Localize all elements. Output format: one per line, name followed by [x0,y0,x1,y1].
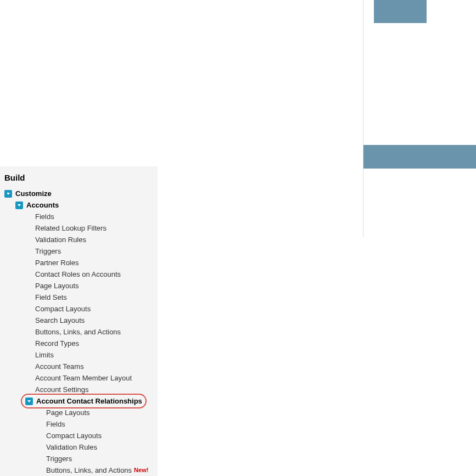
svg-marker-1 [18,204,21,206]
expand-down-icon[interactable] [25,397,33,405]
setup-sidebar: Build Customize Accounts Fields Related … [0,166,158,476]
build-section-header: Build [4,173,153,182]
acr-child[interactable]: Triggers [4,453,153,464]
acr-child[interactable]: Page Layouts [4,407,153,418]
accounts-child[interactable]: Record Types [4,338,153,349]
customize-label: Customize [15,188,52,199]
accounts-node[interactable]: Accounts [4,199,153,211]
accounts-child[interactable]: Fields [4,211,153,222]
accounts-label: Accounts [26,199,59,211]
new-badge: New! [134,464,148,476]
accounts-child[interactable]: Account Team Member Layout [4,372,153,384]
accounts-child[interactable]: Compact Layouts [4,303,153,315]
accounts-child[interactable]: Account Teams [4,361,153,372]
accounts-child[interactable]: Partner Roles [4,257,153,268]
svg-marker-2 [27,400,31,402]
acr-label: Account Contact Relationships [36,395,142,407]
acr-child[interactable]: Validation Rules [4,441,153,453]
acr-child[interactable]: Fields [4,418,153,430]
svg-marker-0 [7,193,10,195]
accounts-child[interactable]: Buttons, Links, and Actions [4,326,153,338]
acr-child-new[interactable]: Buttons, Links, and Actions New! [4,464,153,476]
accounts-child[interactable]: Validation Rules [4,234,153,245]
accounts-child[interactable]: Contact Roles on Accounts [4,268,153,280]
accounts-child[interactable]: Triggers [4,245,153,257]
right-rail-widget-header [363,145,476,169]
accounts-child[interactable]: Account Settings [4,384,153,395]
accounts-child[interactable]: Page Layouts [4,280,153,292]
customize-node[interactable]: Customize [4,188,153,199]
acr-child[interactable]: Compact Layouts [4,430,153,441]
right-rail-divider [363,0,363,237]
accounts-child[interactable]: Related Lookup Filters [4,222,153,234]
accounts-child[interactable]: Search Layouts [4,315,153,326]
right-rail-widget-top [374,0,427,23]
expand-down-icon[interactable] [4,190,12,198]
accounts-child[interactable]: Field Sets [4,292,153,303]
account-contact-relationships-node[interactable]: Account Contact Relationships [4,395,153,407]
accounts-child[interactable]: Limits [4,349,153,361]
expand-down-icon[interactable] [15,201,23,209]
